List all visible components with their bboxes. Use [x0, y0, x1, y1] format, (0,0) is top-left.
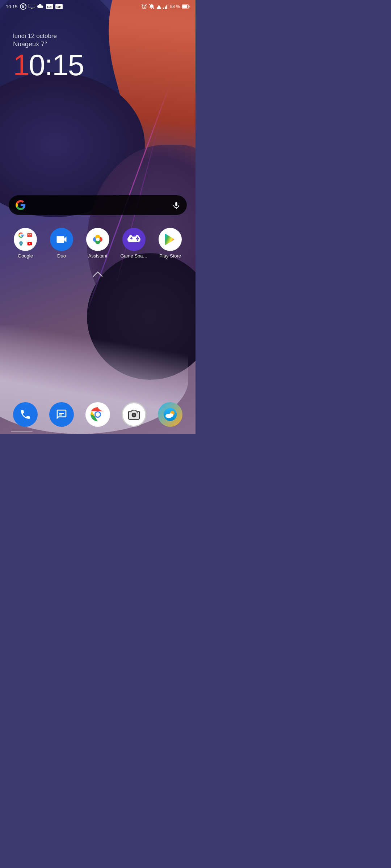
date-weather-widget: lundi 12 octobre Nuageux 7° 10:15 [13, 33, 84, 80]
playstore-icon [159, 228, 182, 251]
news-icon2: GE [55, 4, 63, 9]
svg-line-9 [144, 7, 145, 8]
battery-percent: 88 % [170, 4, 180, 9]
screen-icon [29, 4, 35, 9]
status-right: 88 % [141, 4, 190, 9]
svg-rect-20 [182, 5, 187, 8]
svg-rect-16 [166, 5, 167, 9]
wifi-icon [156, 4, 161, 9]
battery-icon [182, 4, 190, 9]
svg-rect-35 [131, 237, 132, 239]
svg-point-32 [137, 237, 138, 238]
svg-rect-19 [189, 6, 190, 8]
app-item-duo[interactable]: Duo [46, 228, 77, 259]
svg-point-43 [137, 412, 138, 413]
svg-rect-37 [59, 414, 62, 416]
weather-label: Nuageux 7° [13, 41, 84, 48]
svg-rect-15 [165, 7, 166, 9]
cloud-icon [37, 4, 44, 9]
gamespace-label: Game Spa… [120, 253, 147, 259]
gamespace-icon [122, 228, 146, 251]
assistant-icon [86, 228, 109, 251]
bottom-dock [0, 402, 196, 427]
svg-point-39 [96, 412, 100, 417]
signal-icon [163, 4, 168, 9]
clock-rest: 0:15 [29, 48, 84, 81]
status-time: 10:15 [6, 4, 18, 9]
svg-rect-17 [168, 4, 168, 9]
svg-rect-0 [29, 4, 35, 8]
playstore-label: Play Store [159, 253, 181, 259]
svg-point-33 [137, 239, 138, 241]
status-left: 10:15 5 GE GE [6, 3, 63, 10]
date-label: lundi 12 octobre [13, 33, 84, 40]
svg-line-10 [142, 4, 142, 5]
duo-label: Duo [57, 253, 66, 259]
microphone-icon[interactable] [172, 201, 180, 209]
clock-display: 10:15 [13, 50, 84, 80]
assistant-label: Assistant [88, 253, 108, 259]
svg-rect-14 [163, 8, 164, 9]
status-bar: 10:15 5 GE GE [0, 0, 196, 13]
app-item-gamespace[interactable]: Game Spa… [118, 228, 150, 259]
app-item-google[interactable]: Google [9, 228, 41, 259]
svg-point-47 [168, 413, 173, 417]
dock-weather[interactable] [158, 402, 182, 427]
svg-text:GE: GE [47, 5, 52, 9]
app-item-assistant[interactable]: Assistant [82, 228, 114, 259]
alarm-icon [141, 4, 147, 9]
dock-chrome[interactable] [85, 402, 110, 427]
notification-count-icon: 5 [20, 3, 26, 10]
dock-phone[interactable] [13, 402, 38, 427]
dock-messages[interactable] [49, 402, 74, 427]
google-g-icon [15, 200, 26, 210]
svg-text:GE: GE [56, 5, 61, 9]
dock-camera[interactable] [122, 402, 146, 427]
svg-point-31 [138, 238, 139, 239]
clock-red-digit: 1 [13, 48, 29, 81]
svg-rect-36 [59, 413, 64, 414]
svg-point-30 [136, 238, 138, 239]
mute-icon [149, 4, 155, 9]
google-label: Google [18, 253, 33, 259]
svg-point-26 [96, 238, 100, 241]
svg-marker-13 [156, 5, 161, 9]
svg-line-11 [146, 4, 146, 5]
google-search-bar[interactable] [9, 195, 187, 215]
duo-icon [50, 228, 73, 251]
news-icon1: GE [46, 4, 53, 9]
google-folder-icon [14, 228, 37, 251]
app-grid: Google Duo Assistant [0, 228, 196, 259]
nav-hint [11, 431, 33, 432]
app-item-playstore[interactable]: Play Store [154, 228, 186, 259]
app-drawer-handle[interactable] [93, 271, 103, 277]
